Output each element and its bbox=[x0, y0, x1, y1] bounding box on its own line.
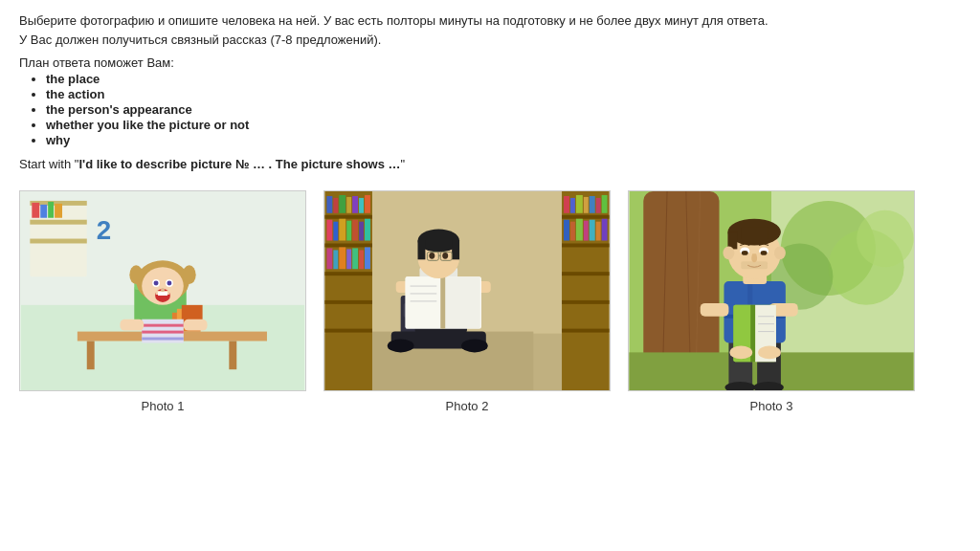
svg-rect-61 bbox=[333, 251, 338, 270]
photo2-illustration bbox=[324, 191, 610, 390]
svg-rect-63 bbox=[346, 250, 351, 270]
svg-rect-57 bbox=[352, 220, 358, 241]
svg-rect-4 bbox=[30, 220, 86, 225]
svg-rect-74 bbox=[570, 198, 575, 213]
svg-point-140 bbox=[729, 346, 752, 360]
svg-point-20 bbox=[183, 266, 196, 285]
photo-frame-2[interactable] bbox=[323, 190, 611, 391]
svg-rect-9 bbox=[55, 204, 62, 218]
svg-point-117 bbox=[857, 210, 913, 267]
svg-rect-99 bbox=[440, 276, 445, 328]
photo-card-1: 2 Photo 1 bbox=[19, 190, 306, 413]
plan-item-appearance: the person's appearance bbox=[46, 102, 961, 117]
svg-rect-75 bbox=[576, 195, 583, 213]
svg-rect-47 bbox=[333, 198, 338, 213]
svg-rect-98 bbox=[442, 276, 480, 328]
svg-rect-34 bbox=[120, 320, 144, 331]
svg-rect-45 bbox=[324, 329, 372, 333]
instructions-block: Выберите фотографию и опишите человека н… bbox=[19, 11, 961, 50]
svg-rect-49 bbox=[346, 197, 351, 213]
photo3-illustration bbox=[629, 191, 914, 390]
svg-point-152 bbox=[761, 251, 768, 255]
svg-rect-70 bbox=[562, 272, 610, 276]
svg-rect-85 bbox=[596, 222, 601, 241]
svg-rect-82 bbox=[576, 219, 583, 241]
svg-rect-64 bbox=[352, 249, 358, 270]
svg-rect-97 bbox=[406, 276, 444, 328]
photo-frame-1[interactable]: 2 bbox=[19, 190, 306, 391]
svg-rect-44 bbox=[324, 300, 372, 304]
photo-label-1: Photo 1 bbox=[142, 399, 185, 413]
svg-rect-86 bbox=[602, 219, 608, 241]
svg-rect-76 bbox=[584, 197, 589, 213]
svg-rect-32 bbox=[142, 331, 184, 334]
svg-rect-79 bbox=[602, 195, 608, 213]
svg-rect-84 bbox=[590, 220, 595, 241]
svg-rect-52 bbox=[365, 195, 370, 213]
instruction-line2: У Вас должен получиться связный рассказ … bbox=[19, 31, 961, 50]
svg-text:2: 2 bbox=[97, 215, 111, 245]
svg-rect-59 bbox=[365, 219, 370, 241]
plan-list: the place the action the person's appear… bbox=[19, 72, 961, 147]
svg-rect-51 bbox=[359, 198, 364, 213]
svg-rect-105 bbox=[417, 241, 425, 260]
svg-rect-8 bbox=[48, 202, 54, 218]
plan-item-whether: whether you like the picture or not bbox=[46, 118, 961, 132]
start-with-phrase: I'd like to describe picture № … . The p… bbox=[78, 157, 400, 171]
photo-frame-3[interactable] bbox=[628, 190, 915, 391]
plan-item-why: why bbox=[46, 133, 961, 147]
svg-rect-7 bbox=[40, 205, 47, 218]
svg-rect-77 bbox=[590, 196, 595, 213]
photo-label-3: Photo 3 bbox=[750, 399, 793, 413]
svg-rect-146 bbox=[741, 228, 768, 239]
svg-point-29 bbox=[161, 288, 165, 292]
svg-rect-5 bbox=[30, 239, 86, 244]
svg-point-19 bbox=[129, 266, 143, 285]
svg-point-107 bbox=[429, 253, 434, 259]
svg-rect-80 bbox=[564, 220, 569, 241]
svg-rect-62 bbox=[339, 248, 345, 270]
svg-rect-58 bbox=[359, 222, 364, 241]
svg-rect-60 bbox=[326, 249, 332, 270]
svg-rect-41 bbox=[324, 215, 372, 219]
start-with-text: Start with "I'd like to describe picture… bbox=[19, 157, 961, 171]
svg-rect-72 bbox=[562, 329, 610, 333]
svg-rect-55 bbox=[339, 219, 345, 241]
svg-rect-68 bbox=[562, 215, 610, 219]
svg-rect-106 bbox=[452, 241, 459, 260]
svg-rect-71 bbox=[562, 300, 610, 304]
svg-rect-46 bbox=[326, 196, 332, 213]
svg-rect-6 bbox=[32, 203, 39, 218]
plan-header: План ответа поможет Вам: bbox=[19, 55, 961, 70]
svg-rect-42 bbox=[324, 244, 372, 248]
svg-rect-73 bbox=[564, 196, 569, 213]
svg-point-92 bbox=[461, 340, 488, 353]
photos-row: 2 Photo 1 bbox=[19, 190, 961, 413]
svg-rect-31 bbox=[142, 324, 184, 327]
photo-card-2: Photo 2 bbox=[323, 190, 611, 413]
svg-rect-33 bbox=[142, 338, 184, 341]
photo-label-2: Photo 2 bbox=[446, 399, 489, 413]
svg-rect-53 bbox=[326, 220, 332, 241]
svg-point-147 bbox=[723, 247, 734, 260]
svg-rect-48 bbox=[339, 195, 345, 213]
instruction-line1: Выберите фотографию и опишите человека н… bbox=[19, 11, 961, 31]
svg-rect-83 bbox=[584, 221, 589, 241]
photo1-illustration: 2 bbox=[20, 191, 305, 390]
svg-rect-43 bbox=[324, 272, 372, 276]
svg-point-91 bbox=[388, 340, 414, 353]
svg-point-151 bbox=[742, 251, 748, 255]
svg-rect-54 bbox=[333, 222, 338, 241]
svg-rect-50 bbox=[352, 196, 358, 213]
svg-rect-13 bbox=[87, 342, 95, 370]
svg-point-141 bbox=[758, 346, 781, 360]
plan-item-place: the place bbox=[46, 72, 961, 86]
svg-rect-65 bbox=[359, 251, 364, 270]
svg-rect-66 bbox=[365, 248, 370, 270]
svg-point-25 bbox=[167, 281, 171, 286]
svg-rect-78 bbox=[596, 198, 601, 213]
svg-rect-56 bbox=[346, 221, 351, 241]
svg-point-24 bbox=[154, 281, 159, 286]
plan-item-action: the action bbox=[46, 87, 961, 101]
svg-rect-35 bbox=[184, 320, 208, 331]
